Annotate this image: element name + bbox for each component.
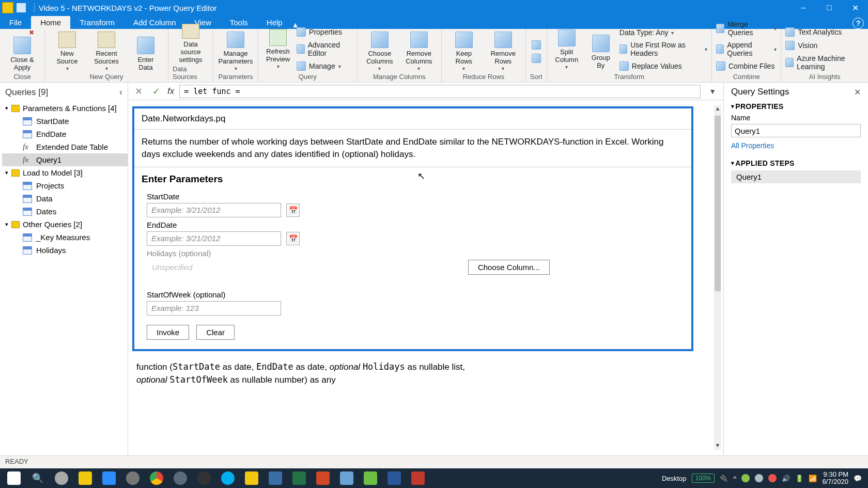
taskbar-notepad[interactable] bbox=[335, 469, 359, 487]
taskbar-app-5[interactable] bbox=[406, 469, 430, 487]
combine-files-button[interactable]: Combine Files bbox=[716, 60, 777, 72]
scrollbar-thumb[interactable] bbox=[715, 116, 721, 291]
keep-rows-button[interactable]: Keep Rows bbox=[446, 32, 482, 72]
vision-button[interactable]: Vision bbox=[785, 40, 864, 51]
close-settings-icon[interactable]: ✕ bbox=[854, 87, 861, 97]
tray-wifi-icon[interactable]: 📶 bbox=[809, 475, 817, 482]
query-key-measures[interactable]: _Key Measures bbox=[2, 231, 128, 244]
tray-battery-icon[interactable]: 🔋 bbox=[795, 475, 803, 482]
expand-formula-icon[interactable]: ▼ bbox=[706, 87, 719, 96]
collapse-queries-icon[interactable]: ‹ bbox=[119, 87, 122, 98]
taskbar-app-4[interactable] bbox=[192, 469, 216, 487]
choose-column-button[interactable]: Choose Column... bbox=[468, 260, 550, 275]
maximize-button[interactable]: □ bbox=[816, 0, 842, 15]
taskbar-zoom[interactable] bbox=[97, 469, 121, 487]
tray-volume-icon[interactable]: 🔊 bbox=[782, 475, 790, 482]
remove-rows-button[interactable]: Remove Rows bbox=[485, 32, 521, 72]
taskbar-camtasia[interactable] bbox=[359, 469, 382, 487]
accept-formula-button[interactable]: ✓ bbox=[150, 85, 162, 98]
formula-input[interactable] bbox=[179, 85, 701, 98]
close-window-button[interactable]: ✕ bbox=[842, 0, 868, 15]
taskbar-chrome[interactable] bbox=[145, 469, 168, 487]
taskbar-app-3[interactable] bbox=[168, 469, 192, 487]
taskbar-skype[interactable] bbox=[216, 469, 240, 487]
start-button[interactable] bbox=[2, 469, 26, 487]
menu-tools[interactable]: Tools bbox=[221, 16, 257, 29]
query-holidays[interactable]: Holidays bbox=[2, 244, 128, 257]
properties-button[interactable]: Properties bbox=[297, 26, 353, 38]
param-enddate-input[interactable] bbox=[147, 231, 281, 246]
calendar-icon[interactable]: 📅 bbox=[286, 203, 300, 217]
query-data[interactable]: Data bbox=[2, 192, 128, 205]
sort-asc-button[interactable] bbox=[532, 39, 541, 51]
manage-button[interactable]: Manage bbox=[297, 60, 353, 72]
search-button[interactable]: 🔍 bbox=[26, 469, 50, 487]
taskbar-app-1[interactable] bbox=[50, 469, 73, 487]
query-extended-date-table[interactable]: fxExtended Date Table bbox=[2, 140, 128, 153]
formula-bar: ✕ ✓ fx ▼ bbox=[128, 83, 723, 100]
recent-sources-button[interactable]: Recent Sources bbox=[88, 32, 125, 72]
group-load-to-model[interactable]: ▾Load to Model [3] bbox=[2, 166, 128, 179]
manage-parameters-button[interactable]: Manage Parameters bbox=[218, 32, 254, 72]
merge-queries-button[interactable]: Merge Queries bbox=[716, 19, 777, 38]
data-type-button[interactable]: Data Type: Any bbox=[619, 27, 707, 38]
data-source-settings-button[interactable]: Data source settings bbox=[173, 24, 209, 64]
remove-columns-button[interactable]: Remove Columns bbox=[401, 32, 437, 72]
menu-file[interactable]: File bbox=[0, 16, 31, 29]
tray-notifications-icon[interactable]: 💬 bbox=[854, 475, 862, 482]
query-dates[interactable]: Dates bbox=[2, 205, 128, 218]
invoke-button[interactable]: Invoke bbox=[147, 325, 189, 340]
minimize-button[interactable]: – bbox=[791, 0, 816, 15]
taskbar-snagit[interactable] bbox=[264, 469, 287, 487]
choose-columns-button[interactable]: Choose Columns bbox=[362, 32, 398, 72]
tray-power-icon[interactable]: 🔌 bbox=[720, 475, 728, 482]
tray-icon-3[interactable] bbox=[768, 474, 777, 482]
scroll-up-icon[interactable]: ▲ bbox=[714, 105, 721, 114]
param-startdate-input[interactable] bbox=[147, 203, 281, 217]
group-other-queries[interactable]: ▾Other Queries [2] bbox=[2, 218, 128, 231]
sort-desc-button[interactable] bbox=[532, 53, 541, 64]
clear-button[interactable]: Clear bbox=[196, 325, 235, 340]
taskbar-explorer[interactable] bbox=[73, 469, 97, 487]
all-properties-link[interactable]: All Properties bbox=[731, 141, 774, 150]
group-by-button[interactable]: Group By bbox=[585, 29, 616, 70]
taskbar-app-2[interactable] bbox=[121, 469, 145, 487]
tray-icon-2[interactable] bbox=[755, 474, 763, 482]
close-apply-button[interactable]: Close & Apply bbox=[4, 32, 40, 72]
cancel-formula-button[interactable]: ✕ bbox=[132, 85, 145, 98]
quick-access-icon[interactable] bbox=[17, 3, 26, 12]
tray-icon-1[interactable] bbox=[741, 474, 750, 482]
calendar-icon[interactable]: 📅 bbox=[286, 232, 300, 245]
battery-indicator[interactable]: 100% bbox=[692, 474, 715, 483]
advanced-editor-button[interactable]: Advanced Editor bbox=[297, 40, 353, 58]
taskbar-word[interactable] bbox=[382, 469, 406, 487]
query-name-input[interactable] bbox=[731, 124, 861, 137]
taskbar-desktop-label[interactable]: Desktop bbox=[662, 475, 687, 482]
menu-home[interactable]: Home bbox=[31, 16, 70, 29]
text-analytics-button[interactable]: Text Analytics bbox=[785, 26, 864, 38]
query-query1[interactable]: fxQuery1 bbox=[2, 153, 128, 166]
param-startofweek-input[interactable] bbox=[147, 301, 281, 316]
scroll-down-icon[interactable]: ▼ bbox=[714, 442, 721, 450]
taskbar-powerbi[interactable] bbox=[240, 469, 264, 487]
first-row-headers-button[interactable]: Use First Row as Headers bbox=[619, 40, 707, 58]
tray-chevron-icon[interactable]: ^ bbox=[733, 475, 736, 482]
query-projects[interactable]: Projects bbox=[2, 179, 128, 192]
vertical-scrollbar[interactable]: ▲ ▼ bbox=[714, 105, 721, 450]
taskbar-powerpoint[interactable] bbox=[311, 469, 335, 487]
replace-values-button[interactable]: Replace Values bbox=[619, 60, 707, 72]
refresh-preview-button[interactable]: Refresh Preview bbox=[262, 29, 293, 69]
azure-ml-button[interactable]: Azure Machine Learning bbox=[785, 53, 864, 72]
properties-heading: PROPERTIES bbox=[731, 102, 861, 111]
applied-step-query1[interactable]: Query1 bbox=[731, 170, 861, 183]
split-column-button[interactable]: Split Column bbox=[551, 29, 582, 70]
group-params-functions[interactable]: ▾Parameters & Functions [4] bbox=[2, 102, 128, 115]
enter-data-button[interactable]: Enter Data bbox=[128, 32, 164, 72]
menu-transform[interactable]: Transform bbox=[70, 16, 124, 29]
query-startdate[interactable]: StartDate bbox=[2, 115, 128, 128]
taskbar-clock[interactable]: 9:30 PM 6/7/2020 bbox=[822, 471, 848, 486]
append-queries-button[interactable]: Append Queries bbox=[716, 40, 777, 58]
taskbar-excel[interactable] bbox=[287, 469, 311, 487]
query-enddate[interactable]: EndDate bbox=[2, 128, 128, 140]
new-source-button[interactable]: New Source bbox=[49, 32, 85, 72]
